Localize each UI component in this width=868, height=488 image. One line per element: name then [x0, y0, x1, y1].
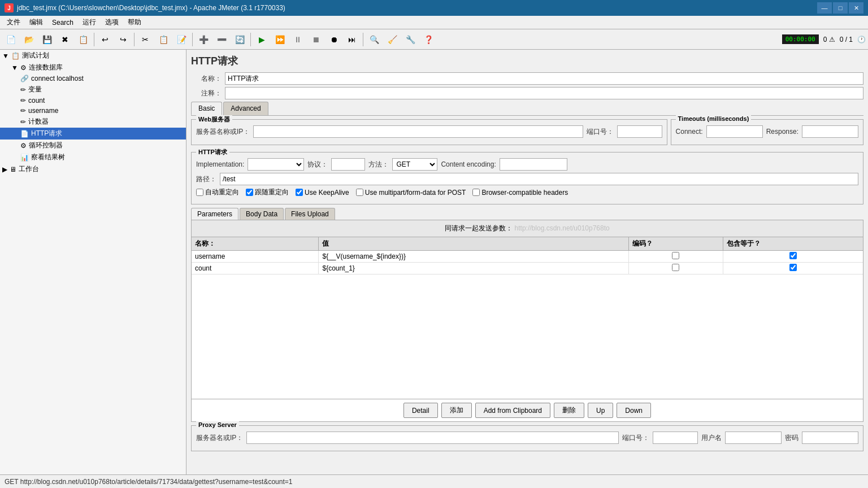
toolbar-undo[interactable]: ↩ — [97, 32, 114, 47]
toolbar-shutdown[interactable]: ⏹ — [307, 32, 324, 47]
toolbar-copy[interactable]: 📋 — [155, 32, 172, 47]
menu-run[interactable]: 运行 — [78, 16, 101, 28]
browser-compat-checkbox[interactable]: Browser-compatible headers — [472, 189, 568, 197]
path-input[interactable] — [220, 173, 858, 185]
toolbar-close[interactable]: ✖ — [57, 32, 73, 47]
params-header: 同请求一起发送参数： http://blog.csdn.net/u010p768… — [192, 220, 863, 237]
tree-item-test-plan[interactable]: ▼ 📋 测试计划 — [0, 50, 186, 62]
param-include-username — [723, 251, 863, 263]
include-checkbox-username[interactable] — [789, 252, 797, 259]
toolbar-toggle[interactable]: 🔄 — [231, 32, 248, 47]
multipart-checkbox[interactable]: Use multipart/form-data for POST — [356, 189, 466, 197]
toolbar-open[interactable]: 📂 — [20, 32, 37, 47]
tab-basic[interactable]: Basic — [191, 102, 222, 115]
multipart-label: Use multipart/form-data for POST — [365, 189, 466, 197]
protocol-input[interactable] — [331, 158, 365, 171]
maximize-button[interactable]: □ — [833, 2, 848, 14]
table-row: count ${count_1} — [192, 263, 863, 274]
param-encode-count — [628, 263, 723, 274]
params-title: 同请求一起发送参数： — [445, 224, 513, 232]
tree-panel: ▼ 📋 测试计划 ▼ ⚙ 连接数据库 🔗 connect localhost ✏… — [0, 50, 186, 474]
proxy-port-input[interactable] — [653, 432, 698, 444]
toolbar-help[interactable]: ❓ — [420, 32, 437, 47]
toolbar-remote-stop[interactable]: ⏭ — [344, 32, 361, 47]
implementation-select[interactable] — [248, 158, 304, 171]
toolbar-new[interactable]: 📄 — [2, 32, 19, 47]
tree-item-username[interactable]: ✏ username — [0, 106, 186, 116]
sub-tab-parameters[interactable]: Parameters — [191, 208, 238, 220]
menu-file[interactable]: 文件 — [2, 16, 25, 28]
menu-options[interactable]: 选项 — [101, 16, 123, 28]
expand-icon: ▼ — [2, 52, 9, 60]
menu-search[interactable]: Search — [47, 18, 78, 28]
tree-item-http-request[interactable]: 📄 HTTP请求 — [0, 128, 186, 140]
http-request-section: HTTP请求 Implementation: 协议： 方法： GET POST … — [191, 152, 863, 204]
keepalive-checkbox[interactable]: Use KeepAlive — [296, 189, 349, 197]
tree-item-loop-ctrl[interactable]: ⚙ 循环控制器 — [0, 140, 186, 151]
auto-redirect-checkbox[interactable]: 自动重定向 — [196, 188, 239, 197]
right-panel: HTTP请求 名称： 注释： Basic Advanced Web服务器 服务器… — [186, 50, 868, 474]
include-checkbox-count[interactable] — [789, 264, 797, 271]
minimize-button[interactable]: — — [817, 2, 832, 14]
close-button[interactable]: ✕ — [849, 2, 863, 14]
toolbar-find[interactable]: 🔍 — [366, 32, 383, 47]
tree-item-label: 计数器 — [28, 117, 49, 127]
response-input[interactable] — [802, 125, 858, 138]
tree-item-counter[interactable]: ✏ 计数器 — [0, 116, 186, 128]
follow-redirect-checkbox[interactable]: 跟随重定向 — [246, 188, 289, 197]
down-button[interactable]: Down — [617, 403, 651, 418]
tree-item-result-tree[interactable]: 📊 察看结果树 — [0, 151, 186, 163]
method-select[interactable]: GET POST PUT DELETE — [392, 158, 437, 171]
menu-help[interactable]: 帮助 — [123, 16, 146, 28]
up-button[interactable]: Up — [588, 403, 613, 418]
toolbar-remote-start[interactable]: ⏺ — [326, 32, 342, 47]
toolbar-cut[interactable]: ✂ — [137, 32, 154, 47]
toolbar-start-no-pauses[interactable]: ⏩ — [271, 32, 288, 47]
browser-compat-input[interactable] — [472, 189, 480, 196]
toolbar-stop[interactable]: ⏸ — [289, 32, 306, 47]
toolbar-templates[interactable]: 📋 — [75, 32, 92, 47]
multipart-input[interactable] — [356, 189, 363, 196]
tree-item-variable[interactable]: ✏ 变量 — [0, 84, 186, 95]
proxy-password-input[interactable] — [802, 432, 858, 444]
proxy-server-input[interactable] — [246, 432, 619, 444]
sub-tab-files-upload[interactable]: Files Upload — [285, 208, 335, 220]
encode-checkbox-count[interactable] — [672, 264, 679, 271]
detail-button[interactable]: Detail — [403, 403, 438, 418]
comment-input[interactable] — [225, 87, 863, 99]
toolbar-expand[interactable]: ➕ — [195, 32, 212, 47]
keepalive-input[interactable] — [296, 189, 303, 196]
toolbar-save[interactable]: 💾 — [38, 32, 55, 47]
tree-item-connect-db[interactable]: ▼ ⚙ 连接数据库 — [0, 62, 186, 73]
toolbar-paste[interactable]: 📝 — [173, 32, 190, 47]
loop-ctrl-icon: ⚙ — [20, 142, 27, 150]
sub-tab-body-data[interactable]: Body Data — [240, 208, 284, 220]
tab-advanced[interactable]: Advanced — [223, 102, 268, 115]
toolbar-redo[interactable]: ↪ — [115, 32, 132, 47]
server-row: 服务器名称或IP： 端口号： — [196, 125, 662, 138]
auto-redirect-input[interactable] — [196, 189, 203, 196]
add-button[interactable]: 添加 — [441, 403, 472, 418]
tree-item-count[interactable]: ✏ count — [0, 95, 186, 106]
watermark-text: http://blog.csdn.net/u010p768to — [515, 224, 610, 232]
toolbar-clear[interactable]: 🧹 — [384, 32, 401, 47]
encode-checkbox-username[interactable] — [672, 252, 679, 259]
name-row: 名称： — [191, 72, 863, 85]
web-server-legend: Web服务器 — [196, 115, 232, 124]
tree-item-workbench[interactable]: ▶ 🖥 工作台 — [0, 163, 186, 175]
delete-button[interactable]: 删除 — [554, 403, 584, 418]
connect-input[interactable] — [706, 125, 763, 138]
menu-edit[interactable]: 编辑 — [25, 16, 47, 28]
name-input[interactable] — [225, 72, 863, 85]
port-input[interactable] — [617, 125, 662, 138]
proxy-username-input[interactable] — [725, 432, 782, 444]
toolbar-collapse[interactable]: ➖ — [213, 32, 230, 47]
add-from-clipboard-button[interactable]: Add from Clipboard — [475, 403, 550, 418]
tree-item-connect-localhost[interactable]: 🔗 connect localhost — [0, 73, 186, 84]
result-tree-icon: 📊 — [20, 154, 29, 162]
toolbar-start[interactable]: ▶ — [253, 32, 270, 47]
follow-redirect-input[interactable] — [246, 189, 253, 196]
toolbar-function-helper[interactable]: 🔧 — [402, 32, 419, 47]
server-input[interactable] — [253, 125, 583, 138]
encoding-input[interactable] — [500, 158, 567, 171]
